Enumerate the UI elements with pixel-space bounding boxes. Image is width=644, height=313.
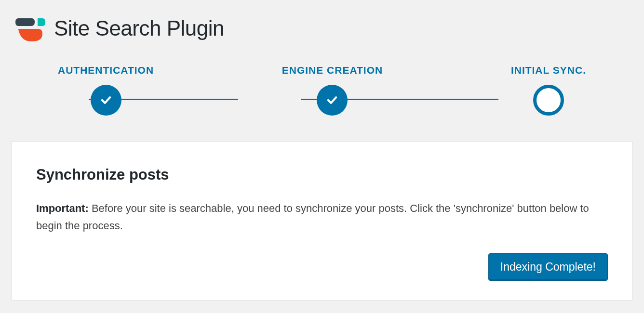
important-label: Important: <box>36 202 89 214</box>
sync-panel: Synchronize posts Important: Before your… <box>12 142 632 300</box>
page-title: Site Search Plugin <box>54 16 224 40</box>
progress-stepper: AUTHENTICATION ENGINE CREATION INITIAL S… <box>12 65 632 116</box>
step-authentication: AUTHENTICATION <box>58 65 154 116</box>
step-indicator-done <box>317 85 348 116</box>
check-icon <box>99 93 113 107</box>
step-label: INITIAL SYNC. <box>511 65 586 76</box>
plugin-logo-icon <box>15 13 45 43</box>
step-initial-sync: INITIAL SYNC. <box>511 65 586 116</box>
check-icon <box>325 93 339 107</box>
step-indicator-current <box>533 85 564 116</box>
step-label: AUTHENTICATION <box>58 65 154 76</box>
step-label: ENGINE CREATION <box>282 65 383 76</box>
panel-title: Synchronize posts <box>36 166 608 183</box>
page-header: Site Search Plugin <box>12 13 632 43</box>
step-indicator-done <box>91 85 121 116</box>
panel-description: Important: Before your site is searchabl… <box>36 200 608 235</box>
panel-body-text: Before your site is searchable, you need… <box>36 202 589 232</box>
step-engine-creation: ENGINE CREATION <box>282 65 383 116</box>
indexing-complete-button[interactable]: Indexing Complete! <box>488 253 608 281</box>
panel-actions: Indexing Complete! <box>36 253 608 281</box>
